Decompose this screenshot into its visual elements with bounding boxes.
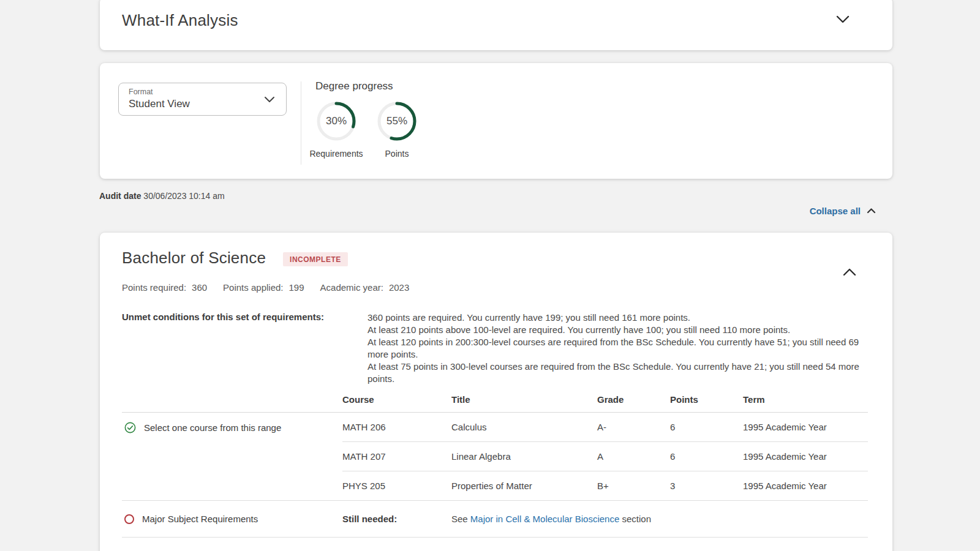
grade-cell: A-	[597, 413, 670, 442]
term-cell: 1995 Academic Year	[743, 413, 868, 442]
degree-section-card: Bachelor of Science INCOMPLETE Points re…	[100, 233, 892, 551]
progress-ring-requirements: 30% Requirements	[315, 100, 357, 159]
whatif-analysis-card: What-If Analysis	[100, 0, 892, 50]
degree-progress-section: Degree progress 30% Requirements	[315, 80, 418, 159]
unmet-conditions-section: Unmet conditions for this set of require…	[122, 312, 868, 385]
table-row: PHYS 205 Properties of Matter B+ 3 1995 …	[122, 471, 868, 501]
chevron-up-icon	[867, 208, 876, 214]
requirements-percent: 30%	[315, 100, 357, 142]
audit-date-value: 30/06/2023 10:14 am	[143, 191, 224, 201]
requirement-group-label: Select one course from this range	[144, 422, 281, 433]
major-bioscience-link[interactable]: Major in Cell & Molecular Bioscience	[470, 514, 619, 524]
check-circle-icon	[124, 422, 136, 433]
unmet-condition-line: At least 120 points in 200:300-level cou…	[368, 336, 868, 361]
title-cell: Linear Algebra	[451, 442, 597, 471]
collapse-all-button[interactable]: Collapse all	[810, 206, 876, 216]
circle-outline-icon	[124, 514, 134, 524]
unmet-condition-line: 360 points are required. You currently h…	[368, 312, 868, 324]
chevron-down-icon	[836, 15, 850, 23]
degree-progress-title: Degree progress	[315, 80, 418, 92]
format-select-label: Format	[129, 88, 153, 96]
unmet-conditions-label: Unmet conditions for this set of require…	[122, 312, 368, 385]
degree-collapse-button[interactable]	[843, 268, 856, 276]
term-cell: 1995 Academic Year	[743, 481, 868, 491]
unmet-condition-line: At least 75 points in 300-level courses …	[368, 361, 868, 385]
academic-year-value: 2023	[389, 282, 409, 293]
unmet-condition-line: At least 210 points above 100-level are …	[368, 324, 868, 336]
format-select[interactable]: Format Student View	[118, 83, 287, 116]
header-spacer	[122, 387, 342, 412]
audit-controls-card: Format Student View Degree progress 30% …	[100, 63, 892, 179]
requirements-table: Course Title Grade Points Term Select on…	[122, 387, 868, 538]
table-row: Select one course from this range MATH 2…	[122, 413, 868, 442]
points-cell: 6	[670, 442, 743, 471]
chevron-down-icon	[264, 96, 275, 103]
table-row: MATH 207 Linear Algebra A 6 1995 Academi…	[122, 442, 868, 471]
points-label: Points	[385, 149, 409, 159]
points-applied-value: 199	[289, 282, 304, 293]
table-row: Major Subject Requirements Still needed:…	[122, 501, 868, 538]
vertical-divider	[301, 81, 301, 165]
points-required-value: 360	[192, 282, 207, 293]
grade-cell: B+	[597, 481, 670, 491]
points-applied-label: Points applied:	[223, 282, 283, 293]
requirements-label: Requirements	[309, 149, 363, 159]
whatif-expand-button[interactable]	[836, 15, 850, 23]
points-percent: 55%	[376, 100, 418, 142]
grade-cell: A	[597, 442, 670, 471]
chevron-up-icon	[843, 268, 856, 276]
points-cell: 3	[670, 481, 743, 491]
course-cell: MATH 207	[342, 442, 451, 471]
audit-date-label: Audit date	[99, 191, 141, 201]
term-cell: 1995 Academic Year	[743, 442, 868, 471]
still-needed-label: Still needed:	[342, 514, 451, 524]
requirement-group-label: Major Subject Requirements	[142, 514, 258, 524]
column-header-course: Course	[342, 394, 451, 405]
degree-meta: Points required: 360 Points applied: 199…	[122, 282, 409, 293]
table-header-row: Course Title Grade Points Term	[122, 387, 868, 413]
course-cell: PHYS 205	[342, 481, 451, 491]
status-badge: INCOMPLETE	[283, 252, 348, 266]
title-cell: Properties of Matter	[451, 481, 597, 491]
see-prefix: See	[451, 514, 470, 524]
course-cell: MATH 206	[342, 413, 451, 442]
collapse-all-label: Collapse all	[810, 206, 861, 216]
points-required-label: Points required:	[122, 282, 186, 293]
column-header-grade: Grade	[597, 394, 670, 405]
column-header-term: Term	[743, 394, 868, 405]
whatif-title: What-If Analysis	[122, 11, 238, 30]
progress-ring-points: 55% Points	[376, 100, 418, 159]
see-suffix: section	[619, 514, 651, 524]
audit-date: Audit date 30/06/2023 10:14 am	[99, 191, 225, 201]
degree-title: Bachelor of Science	[122, 249, 266, 268]
column-header-title: Title	[451, 394, 597, 405]
format-select-value: Student View	[129, 98, 190, 110]
column-header-points: Points	[670, 394, 743, 405]
points-cell: 6	[670, 413, 743, 442]
academic-year-label: Academic year:	[320, 282, 383, 293]
title-cell: Calculus	[451, 413, 597, 442]
